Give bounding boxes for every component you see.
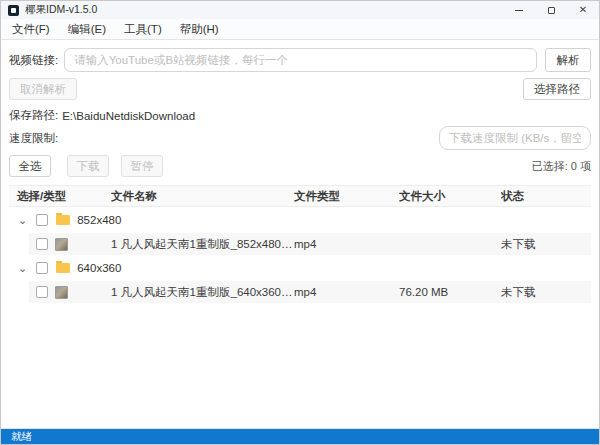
menu-tools[interactable]: 工具(T)	[115, 20, 171, 39]
file-type: mp4	[294, 238, 399, 250]
maximize-icon	[548, 7, 555, 14]
group-checkbox[interactable]	[36, 214, 48, 226]
folder-icon	[56, 263, 70, 273]
menu-file[interactable]: 文件(F)	[3, 20, 59, 39]
main-content: 视频链接: 解析 取消解析 选择路径 保存路径: E:\BaiduNetdisk…	[1, 40, 599, 428]
app-icon	[8, 5, 19, 16]
window-controls: ✕	[503, 1, 599, 19]
minimize-button[interactable]	[503, 1, 535, 19]
table-header: 选择/类型 文件名称 文件类型 文件大小 状态	[9, 185, 591, 207]
file-row[interactable]: 1 凡人风起天南1重制版_852x480_avc1mp4未下载	[29, 233, 591, 255]
menu-bar: 文件(F) 编辑(E) 工具(T) 帮助(H)	[1, 19, 599, 40]
col-file-size: 文件大小	[399, 189, 501, 204]
menu-help[interactable]: 帮助(H)	[171, 20, 228, 39]
pause-button[interactable]: 暂停	[121, 155, 163, 177]
col-select-type: 选择/类型	[9, 189, 111, 204]
file-row[interactable]: 1 凡人风起天南1重制版_640x360_avc1mp476.20 MB未下载	[29, 281, 591, 303]
file-size: 76.20 MB	[399, 286, 501, 298]
cancel-parse-button[interactable]: 取消解析	[9, 78, 77, 100]
files-table: 选择/类型 文件名称 文件类型 文件大小 状态 ⌄852x4801 凡人风起天南…	[9, 185, 591, 303]
file-status: 未下载	[501, 237, 591, 252]
chevron-down-icon[interactable]: ⌄	[18, 264, 27, 272]
actions-row: 取消解析 选择路径	[9, 78, 591, 100]
menu-edit[interactable]: 编辑(E)	[59, 20, 115, 39]
close-icon: ✕	[579, 5, 587, 15]
save-path-value: E:\BaiduNetdiskDownload	[62, 110, 195, 122]
file-status: 未下载	[501, 285, 591, 300]
save-path-label: 保存路径:	[9, 108, 58, 123]
folder-icon	[56, 215, 70, 225]
file-checkbox[interactable]	[36, 286, 48, 298]
minimize-icon	[515, 10, 523, 11]
download-button[interactable]: 下载	[67, 155, 109, 177]
window-title: 椰果IDM-v1.5.0	[25, 3, 97, 17]
col-status: 状态	[501, 189, 591, 204]
select-all-button[interactable]: 全选	[9, 155, 51, 177]
toolbar-row: 全选 下载 暂停 已选择: 0 项	[9, 155, 591, 177]
speed-limit-input[interactable]	[439, 126, 591, 150]
group-row[interactable]: ⌄640x360	[9, 257, 591, 279]
file-select-cell	[29, 286, 111, 299]
table-body: ⌄852x4801 凡人风起天南1重制版_852x480_avc1mp4未下载⌄…	[9, 209, 591, 303]
status-text: 就绪	[11, 430, 32, 444]
save-path-row: 保存路径: E:\BaiduNetdiskDownload	[9, 108, 591, 123]
chevron-down-icon[interactable]: ⌄	[18, 216, 27, 224]
video-thumbnail-icon	[55, 286, 68, 299]
file-select-cell	[29, 238, 111, 251]
group-row[interactable]: ⌄852x480	[9, 209, 591, 231]
group-name: 640x360	[77, 262, 121, 274]
group-name: 852x480	[77, 214, 121, 226]
choose-path-button[interactable]: 选择路径	[523, 78, 591, 100]
speed-limit-label: 速度限制:	[9, 131, 58, 146]
close-button[interactable]: ✕	[567, 1, 599, 19]
selected-count: 已选择: 0 项	[532, 159, 591, 174]
file-type: mp4	[294, 286, 399, 298]
file-name: 1 凡人风起天南1重制版_640x360_avc1	[111, 285, 294, 300]
file-name: 1 凡人风起天南1重制版_852x480_avc1	[111, 237, 294, 252]
col-file-type: 文件类型	[294, 189, 399, 204]
file-checkbox[interactable]	[36, 238, 48, 250]
col-file-name: 文件名称	[111, 189, 294, 204]
speed-limit-row: 速度限制:	[9, 126, 591, 150]
video-link-input[interactable]	[64, 48, 537, 72]
video-link-row: 视频链接: 解析	[9, 48, 591, 72]
parse-button[interactable]: 解析	[545, 48, 591, 72]
group-checkbox[interactable]	[36, 262, 48, 274]
app-window: 椰果IDM-v1.5.0 ✕ 文件(F) 编辑(E) 工具(T) 帮助(H) 视…	[0, 0, 600, 445]
title-bar: 椰果IDM-v1.5.0 ✕	[1, 1, 599, 19]
status-bar: 就绪	[1, 428, 599, 444]
video-link-label: 视频链接:	[9, 53, 58, 68]
video-thumbnail-icon	[55, 238, 68, 251]
maximize-button[interactable]	[535, 1, 567, 19]
